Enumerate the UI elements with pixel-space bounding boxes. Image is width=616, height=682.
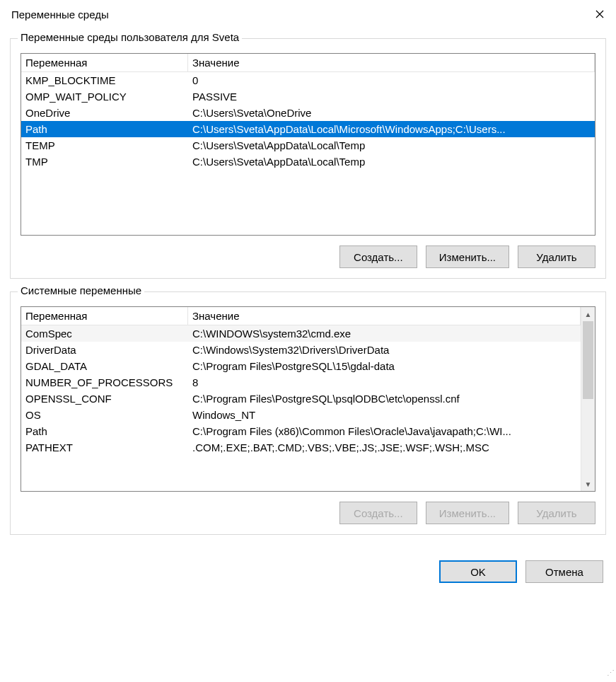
var-name: PATHEXT: [21, 439, 188, 456]
dialog-buttons: OK Отмена: [0, 557, 616, 591]
table-row[interactable]: DriverDataC:\Windows\System32\Drivers\Dr…: [21, 342, 581, 358]
table-header: Переменная Значение: [21, 307, 581, 325]
user-delete-button[interactable]: Удалить: [518, 245, 595, 268]
table-row[interactable]: PathC:\Program Files (x86)\Common Files\…: [21, 423, 581, 439]
scroll-thumb[interactable]: [583, 321, 593, 399]
user-vars-buttons: Создать... Изменить... Удалить: [21, 245, 595, 268]
var-name: Path: [21, 121, 188, 137]
system-edit-button[interactable]: Изменить...: [426, 502, 509, 524]
var-value: 0: [188, 72, 595, 88]
table-row[interactable]: ComSpecC:\WINDOWS\system32\cmd.exe: [21, 325, 581, 342]
table-row[interactable]: OPENSSL_CONFC:\Program Files\PostgreSQL\…: [21, 391, 581, 407]
var-name: OPENSSL_CONF: [21, 391, 188, 407]
system-create-button[interactable]: Создать...: [339, 502, 417, 524]
var-value: Windows_NT: [188, 407, 581, 423]
var-value: C:\Program Files\PostgreSQL\psqlODBC\etc…: [188, 391, 581, 407]
user-vars-body: KMP_BLOCKTIME0OMP_WAIT_POLICYPASSIVEOneD…: [21, 72, 595, 170]
titlebar: Переменные среды: [0, 0, 616, 28]
user-vars-table[interactable]: Переменная Значение KMP_BLOCKTIME0OMP_WA…: [21, 53, 595, 236]
scroll-up-icon[interactable]: ▲: [581, 307, 595, 321]
var-name: KMP_BLOCKTIME: [21, 72, 188, 88]
system-vars-table[interactable]: Переменная Значение ComSpecC:\WINDOWS\sy…: [21, 306, 595, 492]
var-value: C:\Users\Sveta\AppData\Local\Microsoft\W…: [188, 121, 595, 137]
system-delete-button[interactable]: Удалить: [518, 502, 595, 524]
system-vars-group: Системные переменные Переменная Значение…: [10, 291, 606, 535]
table-row[interactable]: OSWindows_NT: [21, 407, 581, 423]
user-vars-label: Переменные среды пользователя для Sveta: [18, 31, 242, 43]
col-value-header[interactable]: Значение: [188, 54, 595, 71]
scroll-down-icon[interactable]: ▼: [581, 477, 595, 491]
var-name: OS: [21, 407, 188, 423]
var-value: 8: [188, 374, 581, 391]
dialog-content: Переменные среды пользователя для Sveta …: [0, 28, 616, 557]
var-name: TEMP: [21, 137, 188, 154]
cancel-button[interactable]: Отмена: [525, 560, 603, 583]
var-name: DriverData: [21, 342, 188, 358]
table-header: Переменная Значение: [21, 54, 595, 72]
system-vars-buttons: Создать... Изменить... Удалить: [21, 502, 595, 524]
user-edit-button[interactable]: Изменить...: [426, 245, 509, 268]
table-row[interactable]: OneDriveC:\Users\Sveta\OneDrive: [21, 105, 595, 121]
var-value: C:\Users\Sveta\AppData\Local\Temp: [188, 154, 595, 170]
col-name-header[interactable]: Переменная: [21, 54, 188, 71]
table-row[interactable]: PATHEXT.COM;.EXE;.BAT;.CMD;.VBS;.VBE;.JS…: [21, 439, 581, 456]
close-button[interactable]: [583, 0, 616, 28]
table-row[interactable]: PathC:\Users\Sveta\AppData\Local\Microso…: [21, 121, 595, 137]
var-value: C:\Program Files\PostgreSQL\15\gdal-data: [188, 358, 581, 374]
var-name: GDAL_DATA: [21, 358, 188, 374]
var-value: C:\Users\Sveta\AppData\Local\Temp: [188, 137, 595, 154]
user-vars-group: Переменные среды пользователя для Sveta …: [10, 38, 606, 279]
var-value: C:\Windows\System32\Drivers\DriverData: [188, 342, 581, 358]
col-value-header[interactable]: Значение: [188, 307, 581, 325]
ok-button[interactable]: OK: [439, 560, 517, 583]
system-vars-label: Системные переменные: [18, 284, 144, 296]
var-value: C:\WINDOWS\system32\cmd.exe: [188, 325, 581, 342]
scrollbar[interactable]: ▲ ▼: [581, 307, 595, 491]
table-row[interactable]: TEMPC:\Users\Sveta\AppData\Local\Temp: [21, 137, 595, 154]
var-name: Path: [21, 423, 188, 439]
dialog-title: Переменные среды: [11, 8, 109, 21]
system-vars-body: ComSpecC:\WINDOWS\system32\cmd.exeDriver…: [21, 325, 581, 456]
var-value: C:\Program Files (x86)\Common Files\Orac…: [188, 423, 581, 439]
var-name: OneDrive: [21, 105, 188, 121]
resize-grip-icon[interactable]: ⋰: [605, 671, 615, 681]
table-row[interactable]: GDAL_DATAC:\Program Files\PostgreSQL\15\…: [21, 358, 581, 374]
var-name: NUMBER_OF_PROCESSORS: [21, 374, 188, 391]
var-name: ComSpec: [21, 325, 188, 342]
table-row[interactable]: TMPC:\Users\Sveta\AppData\Local\Temp: [21, 154, 595, 170]
table-row[interactable]: OMP_WAIT_POLICYPASSIVE: [21, 88, 595, 105]
table-row[interactable]: NUMBER_OF_PROCESSORS8: [21, 374, 581, 391]
user-create-button[interactable]: Создать...: [339, 245, 417, 268]
var-value: PASSIVE: [188, 88, 595, 105]
var-name: OMP_WAIT_POLICY: [21, 88, 188, 105]
var-value: C:\Users\Sveta\OneDrive: [188, 105, 595, 121]
var-value: .COM;.EXE;.BAT;.CMD;.VBS;.VBE;.JS;.JSE;.…: [188, 439, 581, 456]
var-name: TMP: [21, 154, 188, 170]
close-icon: [595, 10, 604, 18]
table-row[interactable]: KMP_BLOCKTIME0: [21, 72, 595, 88]
col-name-header[interactable]: Переменная: [21, 307, 188, 325]
